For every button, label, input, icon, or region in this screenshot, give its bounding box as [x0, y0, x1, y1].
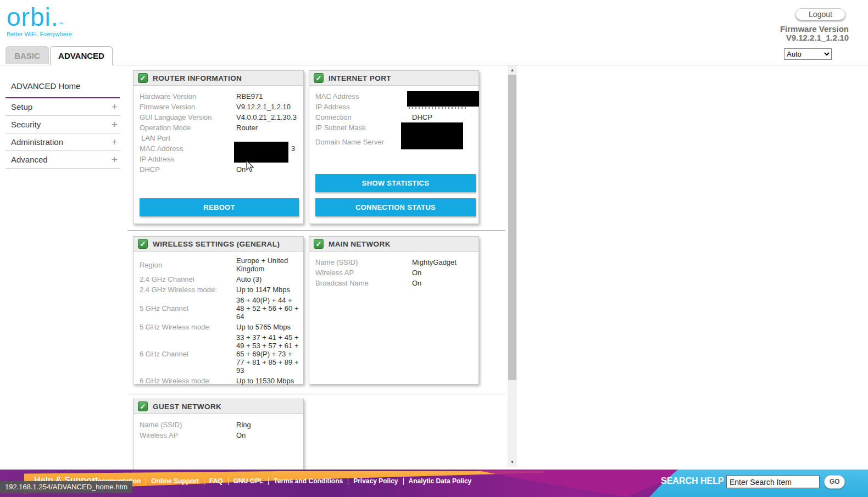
row-value: On [236, 431, 299, 439]
row-value: Auto (3) [236, 275, 299, 283]
show-statistics-button[interactable]: SHOW STATISTICS [315, 174, 476, 192]
row-value: Up to 5765 Mbps [236, 323, 299, 331]
footer-link-faq[interactable]: FAQ [204, 478, 229, 485]
sidebar-item-label: Administration [11, 137, 63, 147]
sidebar-nav: ADVANCED Home Setup + Security + Adminis… [5, 76, 120, 169]
reboot-button[interactable]: REBOOT [140, 198, 299, 216]
sidebar-item-label: Setup [11, 102, 32, 111]
row-value: V4.0.0.21_2.1.30.3 [236, 113, 299, 121]
row-label: IP Subnet Mask [315, 124, 412, 132]
firmware-version-label: Firmware Version [780, 25, 849, 33]
row-label: Hardware Version [140, 92, 236, 100]
connection-status-button[interactable]: CONNECTION STATUS [315, 198, 476, 216]
panel-header: ✓ GUEST NETWORK [133, 399, 303, 414]
row-value: Up to 11530 Mbps [236, 377, 299, 385]
firmware-version-value: V9.12.2.1_1.2.10 [780, 33, 849, 42]
panel-title: INTERNET PORT [329, 74, 391, 82]
row-label: IP Address [315, 103, 412, 111]
language-select[interactable]: Auto [784, 48, 832, 60]
tab-basic[interactable]: BASIC [5, 46, 49, 64]
row-label: GUI Language Version [140, 113, 236, 121]
panel-title: WIRELESS SETTINGS (GENERAL) [153, 240, 280, 248]
info-row: 5 GHz Wireless mode:Up to 5765 Mbps [140, 322, 299, 332]
info-row: 2.4 GHz ChannelAuto (3) [140, 274, 299, 284]
row-label: 6 GHz Wireless mode: [140, 377, 236, 385]
plus-icon[interactable]: + [112, 136, 118, 148]
row-label: MAC Address [315, 92, 412, 100]
mouse-cursor-icon [246, 160, 255, 172]
footer-link-privacy[interactable]: Privacy Policy [348, 478, 403, 485]
redaction-box [234, 142, 288, 163]
panel-title: GUEST NETWORK [153, 403, 221, 411]
checkmark-icon: ✓ [138, 401, 148, 411]
sidebar-item-security[interactable]: Security + [5, 116, 120, 133]
plus-icon[interactable]: + [112, 119, 118, 131]
row-label: Region [140, 261, 236, 269]
row-value: Europe + United Kingdom [236, 256, 299, 273]
sidebar-item-setup[interactable]: Setup + [5, 98, 120, 116]
row-label: Name (SSID) [140, 421, 236, 429]
logo-wordmark: orbi. [7, 3, 58, 31]
logout-button[interactable]: Logout [795, 8, 845, 20]
checkmark-icon: ✓ [138, 73, 148, 83]
footer-link-analytic-data[interactable]: Analytic Data Policy [404, 478, 477, 485]
info-row: Hardware VersionRBE971 [140, 91, 299, 102]
panel-header: ✓ WIRELESS SETTINGS (GENERAL) [133, 237, 303, 252]
row-label: Wireless AP [315, 269, 412, 277]
scroll-down-arrow[interactable]: ▼ [508, 457, 517, 467]
footer-links: Documentation Online Support FAQ GNU GPL… [88, 478, 476, 485]
info-row: ConnectionDHCP [315, 112, 474, 122]
scroll-up-arrow[interactable]: ▲ [508, 65, 517, 75]
go-button[interactable]: GO [824, 475, 845, 489]
firmware-version-block: Firmware Version V9.12.2.1_1.2.10 [780, 25, 849, 42]
search-help-label: SEARCH HELP [661, 476, 724, 486]
row-value: On [412, 269, 474, 277]
row-value: MightyGadget [412, 258, 474, 266]
header-divider [0, 65, 868, 65]
redaction-box [401, 122, 463, 149]
redacted-text-sliver [409, 107, 467, 109]
content-scrollbar[interactable]: ▲ ▼ [508, 65, 517, 467]
info-row: 6 GHz Channel33 + 37 + 41 + 45 + 49 + 53… [140, 332, 299, 376]
info-row: 2.4 GHz Wireless mode:Up to 1147 Mbps [140, 284, 299, 295]
info-row: DHCPOn [140, 164, 299, 175]
info-row: Wireless APOn [140, 430, 299, 440]
sidebar-item-advanced-home[interactable]: ADVANCED Home [5, 76, 120, 97]
info-row: Name (SSID)MightyGadget [315, 257, 474, 267]
row-value: Router [236, 124, 299, 132]
row-value: On [412, 279, 474, 287]
row-label: Broadcast Name [315, 279, 412, 287]
row-value: Ring [236, 421, 299, 429]
row-label: IP Address [140, 155, 236, 163]
sidebar-item-label: Security [11, 120, 41, 129]
plus-icon[interactable]: + [112, 101, 118, 113]
row-value: 36 + 40(P) + 44 + 48 + 52 + 56 + 60 + 64 [236, 296, 299, 321]
search-input[interactable] [726, 476, 820, 488]
row-label: 2.4 GHz Channel [140, 275, 236, 283]
panel-header: ✓ INTERNET PORT [309, 71, 478, 86]
info-row: Name (SSID)Ring [140, 420, 299, 430]
scrollbar-thumb[interactable] [508, 75, 516, 380]
internet-port-panel: ✓ INTERNET PORT MAC Address IP Address C… [309, 70, 479, 224]
row-label: 2.4 GHz Wireless mode: [140, 286, 236, 294]
panel-header: ✓ MAIN NETWORK [309, 237, 478, 252]
row-value: 33 + 37 + 41 + 45 + 49 + 53 + 57 + 61 + … [236, 333, 299, 375]
sidebar-item-label: Advanced [11, 155, 48, 164]
row-label: 5 GHz Channel [140, 304, 236, 312]
plus-icon[interactable]: + [112, 154, 118, 166]
sidebar-item-administration[interactable]: Administration + [5, 133, 120, 151]
section-divider [127, 394, 505, 394]
router-information-panel: ✓ ROUTER INFORMATION Hardware VersionRBE… [133, 70, 304, 224]
row-label: LAN Port [140, 134, 236, 142]
orbi-logo: orbi.™ Better WiFi. Everywhere. [7, 4, 74, 37]
info-row: 6 GHz Wireless mode:Up to 11530 Mbps [140, 376, 299, 386]
footer-link-online-support[interactable]: Online Support [146, 478, 204, 485]
sidebar-item-advanced[interactable]: Advanced + [5, 151, 120, 169]
row-value: V9.12.2.1_1.2.10 [236, 103, 299, 111]
tab-advanced[interactable]: ADVANCED [50, 46, 113, 65]
info-row: Operation ModeRouter [140, 122, 299, 133]
status-bar-url: 192.168.1.254/ADVANCED_home.htm [0, 481, 132, 493]
footer-link-terms[interactable]: Terms and Conditions [269, 478, 348, 485]
row-label: 6 GHz Channel [140, 350, 236, 358]
footer-link-gnu-gpl[interactable]: GNU GPL [229, 478, 269, 485]
